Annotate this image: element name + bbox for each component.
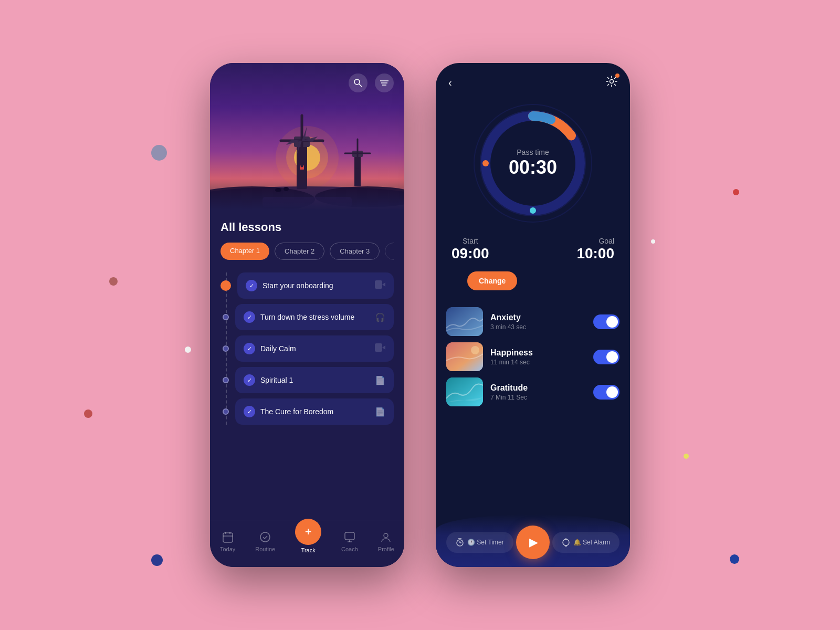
hero-icons: [349, 74, 394, 92]
lesson-card[interactable]: ✓ Turn down the stress volume 🎧: [235, 304, 394, 330]
change-button-wrapper: Change: [436, 267, 630, 299]
lesson-card[interactable]: ✓ Start your onboarding: [237, 272, 394, 299]
decorative-dot: [730, 554, 739, 564]
timer-container: Pass time 00:30: [436, 90, 630, 232]
list-item: ✓ Start your onboarding: [220, 272, 394, 299]
lesson-title: Spiritual 1: [260, 376, 293, 384]
chapter-tab-3[interactable]: Chapter 3: [330, 243, 380, 260]
check-icon: ✓: [244, 374, 255, 386]
phone2-header: ‹: [436, 63, 630, 90]
decorative-dot: [151, 145, 167, 161]
decorative-dot: [84, 410, 92, 418]
gratitude-title: Gratitude: [490, 383, 586, 393]
play-button[interactable]: ▶: [516, 526, 550, 559]
svg-point-54: [471, 346, 479, 354]
happiness-toggle[interactable]: [593, 350, 620, 364]
chapter-tab-4[interactable]: Cha...: [385, 243, 394, 260]
svg-marker-34: [382, 345, 385, 350]
video-icon: [375, 343, 385, 354]
lesson-card[interactable]: ✓ The Cure for Boredom 📄: [235, 398, 394, 425]
gratitude-duration: 7 Min 11 Sec: [490, 394, 586, 401]
chapter-tab-1[interactable]: Chapter 1: [220, 243, 269, 260]
svg-rect-55: [446, 377, 483, 406]
phones-container: All lessons Chapter 1 Chapter 2 Chapter …: [210, 63, 630, 567]
svg-point-39: [260, 532, 270, 542]
nav-label: Routine: [255, 546, 275, 552]
list-item: ✓ Spiritual 1 📄: [220, 367, 394, 393]
track-icon: +: [295, 519, 321, 545]
timeline-dot: [223, 345, 229, 352]
chapter-tab-2[interactable]: Chapter 2: [275, 243, 324, 260]
nav-label: Coach: [341, 546, 358, 552]
anxiety-duration: 3 min 43 sec: [490, 323, 586, 331]
check-icon: ✓: [244, 311, 255, 323]
nav-coach[interactable]: Coach: [341, 530, 358, 552]
list-item: Gratitude 7 Min 11 Sec: [446, 377, 620, 406]
list-item: ✓ The Cure for Boredom 📄: [220, 398, 394, 425]
timeline-dot: [220, 280, 231, 291]
anxiety-toggle[interactable]: [593, 314, 620, 329]
list-item: Anxiety 3 min 43 sec: [446, 307, 620, 336]
happiness-duration: 11 min 14 sec: [490, 359, 586, 366]
document-icon: 📄: [375, 407, 385, 417]
play-icon: ▶: [529, 536, 538, 549]
svg-point-26: [354, 79, 360, 85]
timeline-dot: [223, 314, 229, 320]
coach-icon: [343, 530, 356, 544]
toggle-knob: [606, 351, 618, 363]
start-label: Start: [452, 237, 489, 245]
goal-value: 10:00: [576, 245, 614, 262]
set-timer-button[interactable]: 🕐 Set Timer: [446, 532, 513, 553]
toggle-knob: [606, 316, 618, 328]
decorative-dot: [109, 277, 118, 286]
play-area: 🕐 Set Timer ▶ 🔔 Set Alarm: [436, 504, 630, 567]
change-button[interactable]: Change: [467, 271, 517, 290]
decorative-dot: [185, 346, 191, 353]
lessons-title: All lessons: [220, 220, 394, 234]
happiness-thumbnail: [446, 342, 483, 371]
bottom-nav: Today Routine + Track Coach: [210, 520, 404, 567]
svg-rect-31: [375, 280, 382, 289]
hero-overlay: [210, 178, 404, 210]
back-button[interactable]: ‹: [448, 77, 452, 89]
timer-display: 00:30: [509, 156, 557, 178]
lesson-title: Turn down the stress volume: [260, 313, 354, 321]
anxiety-info: Anxiety 3 min 43 sec: [490, 313, 586, 331]
happiness-info: Happiness 11 min 14 sec: [490, 348, 586, 366]
svg-rect-40: [345, 532, 354, 540]
lesson-title: Start your onboarding: [262, 281, 333, 290]
gratitude-info: Gratitude 7 Min 11 Sec: [490, 383, 586, 401]
lesson-card[interactable]: ✓ Daily Calm: [235, 335, 394, 362]
today-icon: [221, 530, 235, 544]
lesson-left: ✓ Turn down the stress volume: [244, 311, 354, 323]
lesson-card[interactable]: ✓ Spiritual 1 📄: [235, 367, 394, 393]
check-icon: ✓: [244, 406, 255, 417]
routine-icon: [258, 530, 272, 544]
meditation-list: Anxiety 3 min 43 sec Happiness 11 min 14…: [436, 299, 630, 415]
lesson-left: ✓ The Cure for Boredom: [244, 406, 333, 417]
svg-rect-35: [223, 533, 233, 542]
decorative-dot: [651, 239, 655, 244]
nav-track[interactable]: + Track: [295, 529, 321, 553]
chapters-tabs: Chapter 1 Chapter 2 Chapter 3 Cha...: [220, 243, 394, 260]
start-value: 09:00: [452, 245, 489, 262]
nav-today[interactable]: Today: [220, 530, 235, 552]
nav-label: Track: [301, 547, 316, 553]
lesson-left: ✓ Daily Calm: [244, 343, 296, 354]
settings-badge: [615, 74, 620, 78]
document-icon: 📄: [375, 375, 385, 385]
nav-routine[interactable]: Routine: [255, 530, 275, 552]
decorative-dot: [684, 454, 689, 459]
set-alarm-button[interactable]: 🔔 Set Alarm: [552, 532, 620, 553]
lesson-left: ✓ Start your onboarding: [246, 280, 333, 291]
gratitude-thumbnail: [446, 377, 483, 406]
gratitude-toggle[interactable]: [593, 385, 620, 400]
settings-button[interactable]: [606, 76, 617, 90]
search-button[interactable]: [349, 74, 368, 92]
lesson-title: The Cure for Boredom: [260, 407, 333, 416]
nav-profile[interactable]: Profile: [378, 530, 394, 552]
svg-point-50: [530, 207, 536, 214]
timeline-dot: [223, 408, 229, 415]
filter-button[interactable]: [375, 74, 394, 92]
set-timer-label: 🕐 Set Timer: [467, 539, 504, 546]
